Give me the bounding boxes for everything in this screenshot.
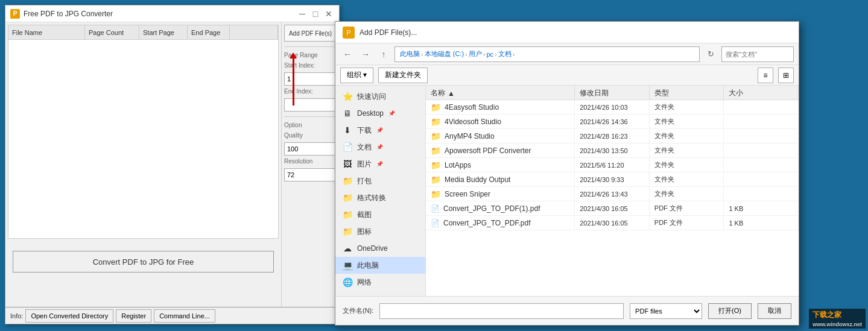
cell-name: 📁 Apowersoft PDF Converter (426, 143, 575, 157)
cell-size: 1 KB (724, 216, 799, 230)
pointer-arrow (293, 57, 294, 106)
forward-button[interactable]: → (358, 47, 373, 61)
dialog-title: Add PDF File(s)... (360, 28, 417, 37)
minimize-button[interactable]: ─ (297, 8, 308, 19)
dialog-icon: P (343, 27, 355, 39)
app-icon: P (10, 9, 20, 19)
filetype-select[interactable]: PDF files (630, 303, 702, 319)
cell-name: 📁 AnyMP4 Studio (426, 129, 575, 143)
bc-pc[interactable]: pc (486, 51, 493, 58)
sidebar-item-documents[interactable]: 📄 文档 📌 (335, 139, 425, 156)
file-list-row[interactable]: 📄 Convert_JPG_TO_PDF(1).pdf 2021/4/30 16… (426, 201, 799, 216)
file-list-row[interactable]: 📁 Screen Sniper 2021/4/26 13:43 文件夹 (426, 187, 799, 201)
cell-type: PDF 文件 (650, 201, 724, 215)
onedrive-icon: ☁ (343, 244, 352, 253)
file-list-row[interactable]: 📁 Apowersoft PDF Converter 2021/4/30 13:… (426, 143, 799, 158)
bc-computer[interactable]: 此电脑 (400, 49, 420, 58)
cell-date: 2021/4/26 14:36 (575, 115, 650, 128)
nav-bar: ← → ↑ 此电脑 › 本地磁盘 (C:) › 用户 › pc › 文档 › ↻ (335, 43, 799, 65)
cell-date: 2021/4/26 10:03 (575, 100, 650, 114)
sidebar-label-convert: 格式转换 (357, 193, 386, 203)
bc-docs[interactable]: 文档 (498, 49, 512, 58)
sidebar-item-quick-access[interactable]: ⭐ 快速访问 (335, 88, 425, 105)
title-bar: P Free PDF to JPG Converter ─ □ ✕ (5, 5, 339, 22)
cell-type: 文件夹 (650, 187, 724, 201)
cell-date: 2021/4/26 13:43 (575, 187, 650, 201)
sidebar-item-icons[interactable]: 📁 图标 (335, 223, 425, 240)
file-list-row[interactable]: 📁 4Videosoft Studio 2021/4/26 14:36 文件夹 (426, 115, 799, 129)
convert-area: Convert PDF to JPG for Free (5, 241, 281, 282)
quality-input[interactable] (284, 142, 337, 156)
sidebar-item-convert[interactable]: 📁 格式转换 (335, 189, 425, 206)
resolution-input[interactable] (284, 168, 337, 181)
cell-type: 文件夹 (650, 172, 724, 186)
app-title: Free PDF to JPG Converter (24, 10, 113, 18)
sidebar-item-thispc[interactable]: 💻 此电脑 (335, 257, 425, 274)
col-date[interactable]: 修改日期 (575, 86, 650, 101)
table-body (8, 40, 278, 238)
divider-1 (284, 46, 337, 47)
new-folder-label: 新建文件夹 (385, 70, 421, 80)
file-list-row[interactable]: 📁 AnyMP4 Studio 2021/4/28 16:23 文件夹 (426, 129, 799, 143)
sidebar-item-pack[interactable]: 📁 打包 (335, 172, 425, 189)
sidebar-label-download: 下载 (357, 125, 372, 136)
file-list-row[interactable]: 📁 4Easysoft Studio 2021/4/26 10:03 文件夹 (426, 100, 799, 115)
command-line-button[interactable]: Command Line... (154, 309, 215, 323)
register-button[interactable]: Register (116, 309, 151, 323)
sidebar-label-desktop: Desktop (357, 109, 384, 118)
open-converted-button[interactable]: Open Converted Directory (25, 309, 113, 323)
file-list-row[interactable]: 📁 Media Buddy Output 2021/4/30 9:33 文件夹 (426, 172, 799, 187)
sidebar-item-onedrive[interactable]: ☁ OneDrive (335, 240, 425, 257)
add-pdf-button[interactable]: Add PDF File(s) (284, 25, 337, 42)
col-endpage: End Page (188, 25, 230, 39)
up-button[interactable]: ↑ (376, 47, 391, 61)
sidebar-item-screenshot[interactable]: 📁 截图 (335, 206, 425, 223)
cell-size: 1 KB (724, 201, 799, 215)
folder-icon: 📁 (431, 189, 441, 199)
organize-button[interactable]: 组织 ▾ (340, 68, 373, 83)
bc-users[interactable]: 用户 (469, 49, 482, 58)
sidebar-label-network: 网络 (357, 277, 372, 288)
cell-size (724, 143, 799, 157)
new-folder-button[interactable]: 新建文件夹 (378, 68, 428, 83)
view-toggle-button[interactable]: ⊞ (778, 68, 794, 83)
pdf-icon: 📄 (431, 204, 440, 213)
bc-drive[interactable]: 本地磁盘 (C:) (425, 49, 464, 58)
network-icon: 🌐 (343, 277, 352, 287)
filename-label: 文件名(N): (343, 306, 373, 315)
cancel-button[interactable]: 取消 (758, 303, 791, 319)
table-header: File Name Page Count Start Page End Page (8, 25, 278, 40)
convert-button[interactable]: Convert PDF to JPG for Free (13, 251, 274, 273)
sidebar-item-download[interactable]: ⬇ 下载 📌 (335, 122, 425, 139)
folder-icon: 📁 (431, 146, 441, 156)
sidebar-item-pictures[interactable]: 🖼 图片 📌 (335, 156, 425, 172)
option-label: Option (284, 122, 337, 128)
address-bar[interactable]: 此电脑 › 本地磁盘 (C:) › 用户 › pc › 文档 › (394, 46, 700, 62)
maximize-button[interactable]: □ (310, 8, 321, 19)
pin-icon-download: 📌 (376, 127, 383, 133)
watermark-text: 下载之家 (813, 311, 841, 319)
open-button[interactable]: 打开(O) (708, 303, 752, 319)
sidebar-item-desktop[interactable]: 🖥 Desktop 📌 (335, 105, 425, 122)
view-options-button[interactable]: ≡ (758, 68, 773, 83)
close-button[interactable]: ✕ (323, 8, 334, 19)
refresh-button[interactable]: ↻ (703, 47, 718, 61)
col-name[interactable]: 名称 ▲ (426, 86, 575, 101)
col-type[interactable]: 类型 (650, 86, 724, 101)
file-list-row[interactable]: 📄 Convert_JPG_TO_PDF.pdf 2021/4/30 16:05… (426, 216, 799, 230)
filename-input[interactable] (379, 303, 624, 319)
file-list-row[interactable]: 📁 LotApps 2021/5/6 11:20 文件夹 (426, 158, 799, 172)
sidebar-label-pack: 打包 (357, 176, 372, 186)
cell-name: 📄 Convert_JPG_TO_PDF(1).pdf (426, 201, 575, 215)
cell-type: 文件夹 (650, 115, 724, 128)
sidebar-label-thispc: 此电脑 (357, 260, 379, 271)
sort-icon: ▲ (448, 89, 455, 98)
cell-size (724, 115, 799, 128)
back-button[interactable]: ← (340, 47, 355, 61)
search-input[interactable] (721, 46, 794, 62)
cell-name: 📄 Convert_JPG_TO_PDF.pdf (426, 216, 575, 230)
sidebar-item-network[interactable]: 🌐 网络 (335, 274, 425, 291)
col-size[interactable]: 大小 (724, 86, 799, 101)
app-content: File Name Page Count Start Page End Page… (5, 22, 339, 324)
folder-icon: 📁 (431, 131, 441, 141)
